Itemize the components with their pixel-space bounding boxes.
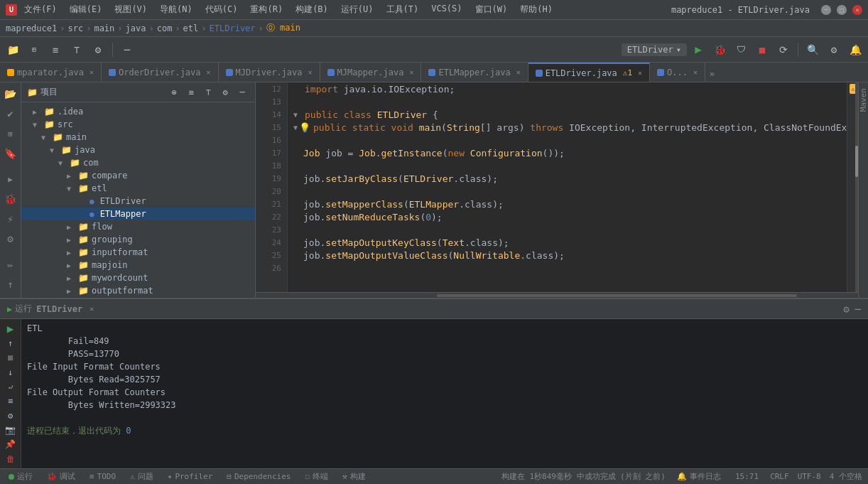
tree-item-mywordcount[interactable]: ▶ 📁 mywordcount — [21, 271, 255, 284]
tab-orderdriver[interactable]: OrderDriver.java ✕ — [102, 63, 219, 82]
minus-icon[interactable]: ─ — [235, 85, 249, 100]
menu-tools[interactable]: 工具(T) — [384, 2, 422, 17]
run-filter-button[interactable]: ≡ — [3, 394, 18, 407]
tree-item-src[interactable]: ▼ 📁 src — [21, 118, 255, 131]
tree-item-compare[interactable]: ▶ 📁 compare — [21, 169, 255, 182]
maven-label[interactable]: Maven — [856, 85, 868, 114]
menu-help[interactable]: 帮助(H) — [517, 2, 555, 17]
settings-icon[interactable]: ⊤ — [201, 85, 215, 100]
services-tool-icon[interactable]: ⚙ — [2, 230, 19, 247]
settings-button[interactable]: ⚙ — [824, 40, 844, 60]
menu-edit[interactable]: 编辑(E) — [67, 2, 105, 17]
menu-run[interactable]: 运行(U) — [338, 2, 376, 17]
footer-deps-tab[interactable]: ⊟ Dependencies — [221, 470, 296, 483]
tab-close-other[interactable]: ✕ — [693, 68, 698, 76]
tree-item-java[interactable]: ▼ 📁 java — [21, 144, 255, 156]
footer-run-tab[interactable]: 运行 — [3, 470, 38, 483]
toolbar-btn3[interactable]: ⊤ — [67, 40, 87, 60]
tab-mjdriver[interactable]: MJDriver.java ✕ — [219, 63, 320, 82]
tab-mparator[interactable]: mparator.java ✕ — [0, 63, 102, 82]
commit-tool-icon[interactable]: ✔ — [2, 105, 19, 122]
debug-button[interactable]: 🐞 — [710, 40, 729, 60]
run-config-dropdown[interactable]: ETLDriver ▾ — [622, 43, 687, 56]
menu-view[interactable]: 视图(V) — [112, 2, 150, 17]
breadcrumb-item-etldriver[interactable]: ETLDriver — [210, 23, 256, 33]
run-trash-btn[interactable]: 🗑 — [3, 453, 18, 466]
stop-button[interactable]: ■ — [752, 40, 772, 60]
tab-close-mjmapper[interactable]: ✕ — [409, 68, 413, 76]
horizontal-scrollbar[interactable] — [256, 292, 858, 298]
minimize-icon-bottom[interactable]: ─ — [854, 302, 862, 316]
breadcrumb-item-main-method[interactable]: ⓪ main — [266, 22, 300, 34]
run-wrap-button[interactable]: ⤾ — [3, 380, 18, 393]
bottom-tab-close[interactable]: ✕ — [89, 305, 94, 313]
tree-item-etlmapper[interactable]: ● ETLMapper — [21, 208, 255, 220]
todo-tool-icon[interactable]: ✏ — [2, 256, 19, 273]
toolbar-btn2[interactable]: ≡ — [45, 40, 65, 60]
tab-more-button[interactable]: » — [705, 66, 719, 82]
maximize-button[interactable]: □ — [837, 5, 847, 15]
menu-nav[interactable]: 导航(N) — [157, 2, 195, 17]
breadcrumb-item-project[interactable]: mapreduce1 — [6, 23, 57, 33]
tree-item-grouping[interactable]: ▶ 📁 grouping — [21, 233, 255, 246]
toolbar-btn1[interactable]: ⊞ — [24, 40, 44, 60]
run-camera-btn[interactable]: 📷 — [3, 424, 18, 436]
structure-tool-icon[interactable]: ⊞ — [2, 125, 19, 142]
run-output[interactable]: ETL Fail=849 PASS=13770 File Input Forma… — [21, 319, 868, 468]
toolbar-settings[interactable]: ⚙ — [88, 40, 108, 60]
tab-etlmapper[interactable]: ETLMapper.java ✕ — [421, 63, 528, 82]
project-tool-icon[interactable]: 📂 — [2, 85, 19, 102]
notifications-button[interactable]: 🔔 — [845, 40, 865, 60]
bookmarks-tool-icon[interactable]: 🔖 — [2, 145, 19, 162]
rerun-scroll-up[interactable]: ↑ — [3, 337, 18, 350]
tree-item-etl[interactable]: ▼ 📁 etl — [21, 182, 255, 195]
run-again-button[interactable]: ▶ — [3, 322, 18, 335]
footer-profiler-tab[interactable]: ✦ Profiler — [162, 470, 219, 483]
close-button[interactable]: ✕ — [852, 5, 862, 15]
run-settings-btn[interactable]: ⚙ — [3, 409, 18, 422]
run-pin-btn[interactable]: 📌 — [3, 438, 18, 451]
event-log-button[interactable]: 🔔 事件日志 — [671, 470, 727, 483]
footer-debug-tab[interactable]: 🐞 调试 — [41, 470, 81, 483]
search-everywhere-button[interactable]: 🔍 — [803, 40, 823, 60]
breadcrumb-item-src[interactable]: src — [67, 23, 83, 33]
run-button[interactable]: ▶ — [688, 40, 708, 60]
menu-file[interactable]: 文件(F) — [21, 2, 60, 17]
tree-item-inputformat[interactable]: ▶ 📁 inputformat — [21, 246, 255, 259]
run-tool-icon[interactable]: ▶ — [2, 171, 19, 188]
code-arrow-15[interactable]: ▼ — [293, 124, 298, 131]
menu-build[interactable]: 构建(B) — [293, 2, 331, 17]
bottom-tab-run[interactable]: ▶ 运行 ETLDriver ✕ — [0, 300, 101, 318]
tree-item-com[interactable]: ▼ 📁 com — [21, 156, 255, 169]
breadcrumb-item-java[interactable]: java — [126, 23, 146, 33]
footer-terminal-tab[interactable]: ☐ 终端 — [299, 470, 334, 483]
breadcrumb-item-com[interactable]: com — [157, 23, 173, 33]
toolbar-more-btns[interactable]: ⟳ — [774, 40, 793, 60]
menu-bar[interactable]: 文件(F) 编辑(E) 视图(V) 导航(N) 代码(C) 重构(R) 构建(B… — [21, 2, 555, 17]
footer-problems-tab[interactable]: ⚠ 问题 — [124, 470, 159, 483]
tab-etldriver[interactable]: ETLDriver.java ⚠1 ✕ — [528, 63, 650, 82]
tab-close-etldriver[interactable]: ✕ — [638, 69, 642, 77]
menu-refactor[interactable]: 重构(R) — [247, 2, 286, 17]
minimize-button[interactable]: ─ — [821, 5, 831, 15]
footer-build-tab[interactable]: ⚒ 构建 — [337, 470, 371, 483]
coverage-button[interactable]: 🛡 — [731, 40, 751, 60]
line-ending[interactable]: CRLF — [767, 472, 792, 481]
menu-window[interactable]: 窗口(W) — [472, 2, 511, 17]
tree-item-etldriver[interactable]: ● ETLDriver — [21, 195, 255, 208]
sync-icon[interactable]: ⊕ — [167, 85, 181, 100]
run-scroll-down[interactable]: ↓ — [3, 366, 18, 379]
tab-close-mparator[interactable]: ✕ — [89, 68, 94, 76]
tree-item-idea[interactable]: ▶ 📁 .idea — [21, 105, 255, 118]
tree-item-mapjoin[interactable]: ▶ 📁 mapjoin — [21, 259, 255, 271]
settings-icon-bottom[interactable]: ⚙ — [842, 302, 850, 316]
breadcrumb-item-etl[interactable]: etl — [183, 23, 199, 33]
tab-close-orderdriver[interactable]: ✕ — [207, 68, 211, 76]
tree-item-flow[interactable]: ▶ 📁 flow — [21, 220, 255, 233]
breadcrumb-item-main[interactable]: main — [94, 23, 114, 33]
menu-code[interactable]: 代码(C) — [202, 2, 241, 17]
gear-icon[interactable]: ⚙ — [218, 85, 232, 100]
tree-item-outputformat[interactable]: ▶ 📁 outputformat — [21, 284, 255, 297]
toolbar-project-icon[interactable]: 📁 — [3, 40, 23, 60]
git-tool-icon[interactable]: ↑ — [2, 276, 19, 293]
